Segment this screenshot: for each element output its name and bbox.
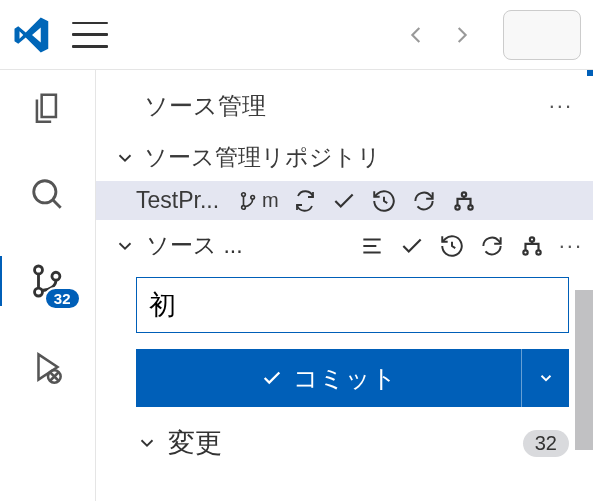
svg-point-5 [242,192,246,196]
list-icon[interactable] [359,233,385,259]
nav-forward-icon[interactable] [447,21,475,49]
nav-back-icon[interactable] [403,21,431,49]
checkmark-icon[interactable] [399,233,425,259]
graph-icon[interactable] [519,233,545,259]
explorer-tab[interactable] [29,90,67,132]
repos-section-label: ソース管理リポジトリ [144,142,381,173]
svg-point-7 [251,195,255,199]
source-control-tab[interactable]: 32 [29,262,67,304]
svg-point-3 [51,272,59,280]
source-control-panel: ソース管理 ··· ソース管理リポジトリ TestPr... m [96,70,593,501]
title-bar [0,0,593,70]
changes-label: 変更 [168,425,222,461]
svg-point-1 [34,266,42,274]
source-section-label: ソース ... [146,230,243,261]
refresh-icon[interactable] [479,233,505,259]
changes-count-badge: 32 [523,430,569,457]
svg-point-2 [34,288,42,296]
scm-badge: 32 [44,287,81,310]
panel-title: ソース管理 [144,90,549,122]
svg-point-11 [523,250,527,254]
repos-section-header[interactable]: ソース管理リポジトリ [96,134,593,181]
vscode-logo-icon [12,15,52,55]
decorative-edge [587,70,593,76]
branch-icon[interactable]: m [238,189,279,212]
chevron-down-icon [136,432,158,454]
svg-point-12 [529,237,533,241]
commit-message-input[interactable] [136,277,569,333]
more-icon[interactable]: ··· [559,233,583,259]
svg-point-6 [242,205,246,209]
svg-point-13 [536,250,540,254]
svg-point-0 [33,181,55,203]
checkmark-icon[interactable] [331,188,357,214]
sync-icon[interactable] [293,189,317,213]
repo-name: TestPr... [136,187,226,214]
svg-point-9 [462,192,466,196]
scrollbar[interactable] [575,290,593,450]
svg-point-10 [468,205,472,209]
activity-bar: 32 [0,70,96,501]
search-tab[interactable] [29,176,67,218]
history-icon[interactable] [371,188,397,214]
changes-section-header[interactable]: 変更 32 [96,407,593,461]
chevron-down-icon [114,235,136,257]
svg-point-8 [455,205,459,209]
panel-more-icon[interactable]: ··· [549,93,573,119]
commit-dropdown-button[interactable] [521,349,569,407]
chevron-down-icon [114,147,136,169]
graph-icon[interactable] [451,188,477,214]
commit-button-label: コミット [293,362,397,395]
run-debug-tab[interactable] [29,348,67,390]
source-section-header[interactable]: ソース ... ··· [96,220,593,271]
repo-row[interactable]: TestPr... m [96,181,593,220]
commit-button[interactable]: コミット [136,349,521,407]
menu-icon[interactable] [72,22,108,48]
command-center[interactable] [503,10,581,60]
history-icon[interactable] [439,233,465,259]
refresh-icon[interactable] [411,188,437,214]
